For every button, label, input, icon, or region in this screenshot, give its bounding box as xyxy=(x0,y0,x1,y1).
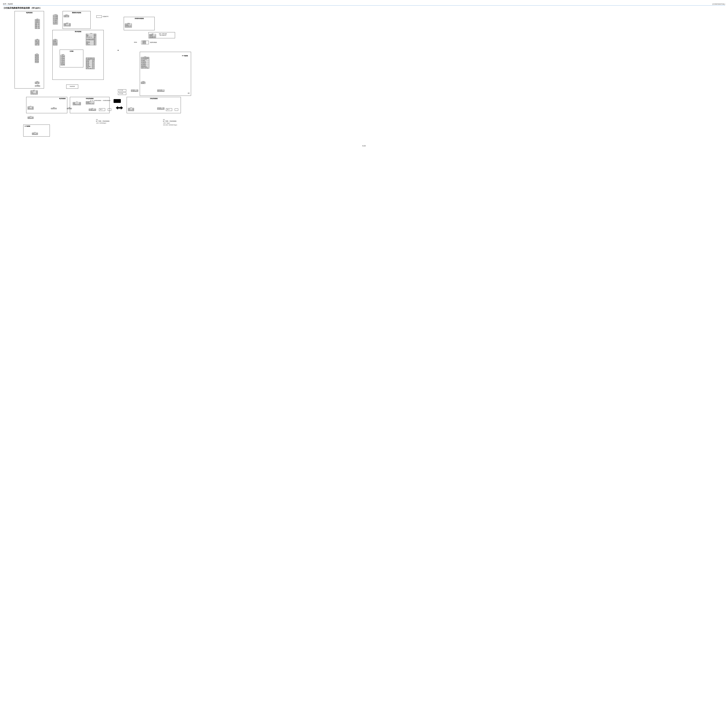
connector-yc1-temp: YC14TEMP3GND2ISOMG OUT1HUMID CLK xyxy=(149,33,156,38)
drive-board-title: 驱动电路板 xyxy=(52,31,104,33)
pf-switch-1-label: PF 开关 xyxy=(119,90,123,91)
note-left-line1: ■ 1个插座，有电流电路板 xyxy=(96,121,110,122)
connector-yc1-pwr: YC1CH LIVE1N.C.2+24V43CH NEUTRAL4 xyxy=(31,90,38,95)
relay-dest-text: 至（6）供纸驱动电路板）（供纸驱动电路板） xyxy=(90,100,111,101)
image-drive-board-title: 图像驱动电路板 xyxy=(63,12,90,14)
with-current-board-title: 有电流电路板 xyxy=(70,98,109,99)
connector-yc1-wc2: 1+5V2_F12GND3CURRENT_MON xyxy=(86,101,94,104)
note-right-line2: 120V: 70ppm xyxy=(163,122,177,124)
note-left: [注] ■ 1个插座，有电流电路板 120V: 40/50/60ppm xyxy=(96,119,110,124)
connector-yc8: YC8+24V41GND2+24V33+24V44+24V45GND6 xyxy=(35,39,39,46)
connector-yc7: YC7+24V31+24V32+24V23+24V24GND5GND6GND7G… xyxy=(35,18,40,29)
relay-label: 继电器 xyxy=(134,42,137,43)
cassette-heater-label: 纸盒加热器 xyxy=(66,86,78,87)
connector-yc29: YC2915V2GND35V4GND55V6GND75V8GND95V10GND… xyxy=(61,54,65,66)
socket-1-label: 插口 1 xyxy=(100,109,103,110)
note-left-header: [注] xyxy=(96,119,110,121)
note-right: [注] ■ 1个插座，无电流电路板 120V: 70ppm 220-240V: … xyxy=(163,119,177,126)
connector-yc1-pfac: AC LIVE1AC NEUTRAL2 xyxy=(131,90,138,92)
power-board-title: 电源电路板 xyxy=(15,12,44,14)
svg-marker-0 xyxy=(116,106,123,110)
connector-yc1-nc2: AC LIVE1AC NEUTRAL2 xyxy=(157,108,164,110)
connector-tb1: TB1LIVE IN1 xyxy=(67,107,72,109)
connector-yc6: YC6+24V21GND2 xyxy=(35,81,39,84)
switch-photo xyxy=(113,99,121,103)
plug-icon-2 xyxy=(175,108,178,111)
pf-board-title: PF 电路板 xyxy=(182,55,188,57)
pf-label: PF xyxy=(188,93,190,94)
note-right-line3: 220-240V: 40/50/60/70ppm xyxy=(163,124,177,126)
connector-yc9: YC95V31GND2GND35V34GND55V26GND75V28GND9 xyxy=(35,53,39,63)
page-number: 9-23 xyxy=(3,145,725,147)
note-right-line1: ■ 1个插座，无电流电路板 xyxy=(163,121,177,122)
connector-yc13: YC131+24V22GND xyxy=(141,81,145,84)
connector-yc1-wc: YC1+5V21GND2CURRENT MON3 xyxy=(73,101,81,105)
connector-yc17: YC17+24V4 F11GND2+24V3 IL2 F13 xyxy=(64,23,70,26)
plug-icon xyxy=(108,108,111,111)
ih-board-title: IH 电路板 xyxy=(24,125,50,127)
ps-fan-label: 电源风扇电机 xyxy=(150,42,157,43)
current-board-title: 电流电路板 xyxy=(59,98,66,99)
connector-yc1-ih: YC1LIVE1NEUTRAL2 xyxy=(32,132,38,135)
right-cover-switch-label: 右盖板开关 xyxy=(102,16,109,17)
circuit-diagram: 电源电路板 图像驱动电路板 供纸驱动电路板 右盖板开关 驱动电路板 主控板 温度… xyxy=(9,11,213,142)
no-current-board: 无电流电路板 xyxy=(127,97,181,113)
current-board: 电流电路板 xyxy=(26,97,67,113)
top-bar: 保养 > 电路图 [CONFIDENTIAL] xyxy=(3,3,725,6)
cassette-heater: 纸盒加热器 xyxy=(66,85,78,89)
note-left-line2: 120V: 40/50/60ppm xyxy=(96,122,110,124)
no-current-board-title: 无电流电路板 xyxy=(127,98,181,99)
socket-2-label: 插口 1 xyxy=(167,109,170,110)
connector-yc10: YC101+24V4 F12GND3ISOMG OUT4+24V3 IL2 F1 xyxy=(125,23,132,27)
connector-yc3: YC3LIVE1NEUTRAL2 xyxy=(28,116,34,119)
connector-yc1-nc: YC1LIVE1N.C.2NEUTRAL3 xyxy=(128,107,134,111)
connector-yc12b: PF VER SENS2A12PF VER SENS1A11+3.3V2 F1A… xyxy=(86,58,95,69)
feed-drive-board-title: 供纸驱动电路板 xyxy=(124,18,154,20)
breadcrumb: 保养 > 电路图 xyxy=(3,3,13,5)
right-cover-switch xyxy=(96,15,102,18)
connector-yc16: YC161+5V22GND3GND4+24V25+24V46+24V4 xyxy=(53,39,57,46)
connector-yc15: YC15+24V3 IL1+24V32 xyxy=(64,14,69,17)
connector-yc5: YC5CH LIVE1 xyxy=(35,85,40,87)
connector-yc14-pf: YC141PF VER SENS22PF VER SENS13+3.3V2 F1… xyxy=(141,56,149,69)
note-right-header: [注] xyxy=(163,119,177,121)
connector-tb2: TB21LIVE OUT xyxy=(51,107,57,109)
confidential-label: [CONFIDENTIAL] xyxy=(713,3,725,5)
connector-yc14: YC141+24V42+24V33+24V34+24V25+24V26GND7G… xyxy=(53,14,58,24)
temp-hum-label: 温度 / 湿度传感器 （用于机器外部） xyxy=(159,33,167,36)
connector-fan: +24VGNDALM xyxy=(142,41,146,44)
section-title: (10)低压电路板和供纸盒连接 （60 ppm） xyxy=(4,7,725,9)
pf-switch-2-label: PF 开关 xyxy=(119,93,123,94)
connector-yc1-wc3: YC1AC LIVE1AC NEUTRAL2 xyxy=(89,108,96,111)
double-arrow-icon xyxy=(116,106,123,110)
main-board-title: 主控板 xyxy=(60,50,83,52)
connector-yc1-curr: YC1LIVE1N.C.2NEUTRAL3 xyxy=(28,106,34,110)
connector-yc12a: YC12N.C.B12TEMPB11GNDB10HUMTEMP CLKB9B8L… xyxy=(86,33,96,45)
connector-pf-ac: 1AC LIVE2AC NEUTRAL xyxy=(157,90,164,92)
